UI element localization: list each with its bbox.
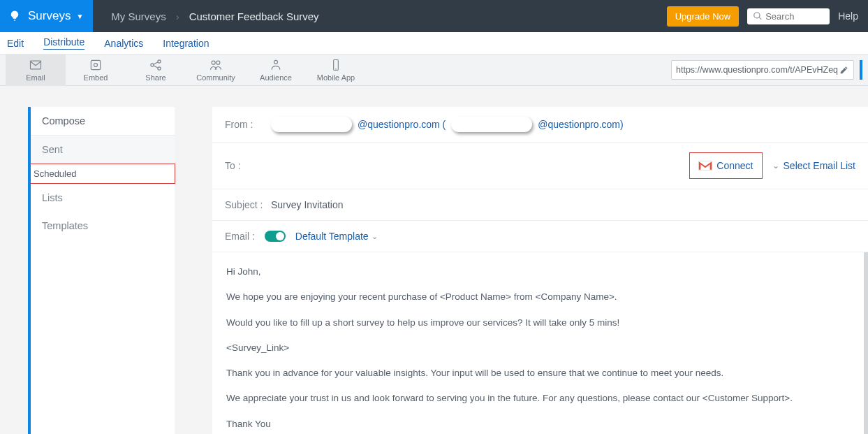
- svg-point-5: [158, 67, 161, 70]
- body-line: We hope you are enjoying your recent pur…: [226, 290, 850, 304]
- email-label: Email :: [225, 231, 255, 242]
- svg-point-8: [274, 60, 278, 64]
- svg-point-3: [151, 64, 154, 66]
- tool-share-label: Share: [145, 73, 165, 82]
- audience-icon: [269, 58, 283, 72]
- svg-rect-0: [31, 61, 41, 69]
- chevron-down-icon: ⌄: [372, 232, 378, 241]
- email-template-row: Email : Default Template ⌄: [212, 221, 868, 252]
- upgrade-button[interactable]: Upgrade Now: [667, 6, 740, 27]
- gmail-connect-button[interactable]: Connect: [689, 152, 762, 179]
- tool-embed-label: Embed: [84, 73, 108, 82]
- tool-share[interactable]: Share: [126, 55, 186, 86]
- svg-rect-11: [699, 161, 712, 170]
- body-line: Thank you in advance for your valuable i…: [226, 366, 850, 380]
- svg-point-6: [212, 61, 215, 64]
- email-icon: [29, 58, 43, 72]
- sidebar-item-scheduled[interactable]: Scheduled: [30, 164, 175, 184]
- select-email-list[interactable]: ⌄ Select Email List: [772, 160, 855, 171]
- tool-audience[interactable]: Audience: [246, 55, 306, 86]
- body-line: Would you like to fill up a short survey…: [226, 316, 850, 330]
- edit-icon[interactable]: [839, 65, 849, 75]
- breadcrumb-root[interactable]: My Surveys: [111, 10, 165, 22]
- search-icon: [753, 11, 763, 21]
- tool-audience-label: Audience: [260, 73, 292, 82]
- nav-distribute[interactable]: Distribute: [43, 36, 84, 50]
- sidebar-item-templates[interactable]: Templates: [31, 212, 175, 240]
- brand-label: Surveys: [28, 9, 71, 23]
- tool-email-label: Email: [26, 73, 45, 82]
- body-area: Compose Sent Scheduled Lists Templates F…: [0, 86, 868, 434]
- secondary-nav: Edit Distribute Analytics Integration: [0, 32, 868, 55]
- survey-url-input[interactable]: [676, 65, 839, 75]
- template-dropdown[interactable]: Default Template ⌄: [295, 231, 378, 242]
- svg-point-2: [94, 64, 98, 67]
- tool-mobile-label: Mobile App: [317, 73, 355, 82]
- tool-mobile[interactable]: Mobile App: [306, 55, 366, 86]
- embed-icon: [89, 58, 103, 72]
- nav-analytics[interactable]: Analytics: [104, 38, 143, 49]
- chevron-down-icon: ⌄: [772, 161, 779, 171]
- sidebar-item-lists[interactable]: Lists: [31, 184, 175, 212]
- mobile-icon: [329, 58, 343, 72]
- caret-down-icon: ▼: [76, 13, 83, 20]
- from-name-redacted: [271, 117, 352, 132]
- subject-label: Subject :: [225, 199, 265, 210]
- tool-community-label: Community: [196, 73, 235, 82]
- body-line: Hi John,: [226, 265, 850, 279]
- search-input[interactable]: [765, 11, 824, 22]
- search-box[interactable]: [747, 8, 830, 24]
- gmail-icon: [698, 160, 712, 171]
- subject-value[interactable]: Survey Invitation: [271, 199, 344, 210]
- to-row: To : Connect ⌄ Select Email List: [212, 143, 868, 189]
- from-label: From :: [225, 119, 265, 130]
- toolbar-edge: [860, 60, 862, 80]
- tool-embed[interactable]: Embed: [66, 55, 126, 86]
- survey-url-box[interactable]: [671, 60, 854, 80]
- logo-icon: [7, 8, 22, 24]
- tool-community[interactable]: Community: [186, 55, 246, 86]
- body-line: We appreciate your trust in us and look …: [226, 391, 850, 405]
- product-switcher[interactable]: Surveys ▼: [0, 0, 93, 32]
- community-icon: [209, 58, 223, 72]
- tool-email[interactable]: Email: [6, 55, 66, 86]
- from-domain-2: @questionpro.com): [538, 119, 623, 130]
- email-body-editor[interactable]: Hi John, We hope you are enjoying your r…: [212, 252, 868, 434]
- from-domain-1: @questionpro.com (: [358, 119, 446, 130]
- connect-label: Connect: [716, 160, 753, 171]
- share-icon: [149, 58, 163, 72]
- svg-point-7: [216, 61, 220, 64]
- body-line: <Survey_Link>: [226, 341, 850, 355]
- svg-rect-1: [91, 60, 100, 69]
- body-line: Thank You: [226, 417, 850, 431]
- sidebar: Compose Sent Scheduled Lists Templates: [28, 107, 175, 434]
- from-email-redacted: [451, 117, 532, 132]
- sidebar-item-sent[interactable]: Sent: [31, 136, 175, 164]
- template-label: Default Template: [295, 231, 369, 242]
- nav-integration[interactable]: Integration: [163, 38, 209, 49]
- top-bar: Surveys ▼ My Surveys › Customer Feedback…: [0, 0, 868, 32]
- help-link[interactable]: Help: [838, 10, 858, 22]
- breadcrumb-current: Customer Feedback Survey: [189, 10, 319, 22]
- sidebar-item-compose[interactable]: Compose: [31, 107, 175, 136]
- select-list-label: Select Email List: [784, 160, 855, 171]
- nav-edit[interactable]: Edit: [7, 38, 24, 49]
- compose-panel: From : @questionpro.com ( @questionpro.c…: [212, 107, 868, 434]
- distribute-toolbar: Email Embed Share Community Audience Mob…: [0, 55, 868, 86]
- from-row: From : @questionpro.com ( @questionpro.c…: [212, 107, 868, 143]
- top-right-group: Upgrade Now Help: [667, 0, 868, 32]
- email-toggle[interactable]: [265, 231, 286, 242]
- to-label: To :: [225, 160, 265, 171]
- chevron-right-icon: ›: [176, 10, 179, 22]
- breadcrumb: My Surveys › Customer Feedback Survey: [93, 0, 666, 32]
- subject-row: Subject : Survey Invitation: [212, 189, 868, 221]
- svg-point-4: [158, 60, 161, 63]
